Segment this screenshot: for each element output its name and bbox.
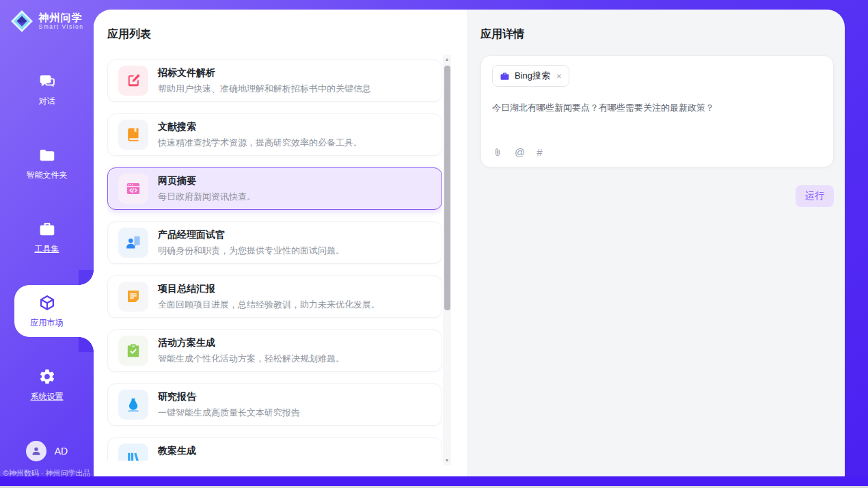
- logo-diamond-icon: [10, 9, 34, 33]
- app-card-description: 模板驱动，教案秒成，教学准备从此轻松快捷: [158, 461, 336, 461]
- bottom-accent-bar: [0, 476, 868, 486]
- close-icon[interactable]: ×: [556, 71, 562, 81]
- app-card-description: 明确身份和职责，为您提供专业性的面试问题。: [158, 245, 344, 257]
- clipboard-check-icon: [118, 336, 148, 366]
- content-area: 应用列表 招标文件解析帮助用户快速、准确地理解和解析招标书中的关键信息文献搜索快…: [94, 10, 845, 476]
- query-text-input[interactable]: 今日湖北有哪些新闻要点？有哪些需要关注的最新政策？: [492, 102, 822, 114]
- app-card-description: 快速精准查找学术资源，提高研究效率的必备工具。: [158, 137, 362, 149]
- app-card-literature-search[interactable]: 文献搜索快速精准查找学术资源，提高研究效率的必备工具。: [107, 113, 442, 156]
- sidebar-nav: 对话智能文件夹工具集应用市场系统设置: [0, 64, 94, 433]
- app-card-text: 项目总结汇报全面回顾项目进展，总结经验教训，助力未来优化发展。: [158, 283, 380, 311]
- app-card-title: 网页摘要: [158, 175, 256, 187]
- sidebar-item-toolset[interactable]: 工具集: [0, 211, 94, 263]
- app-card-web-summary[interactable]: 网页摘要每日政府新闻资讯快查。: [107, 167, 442, 210]
- app-card-description: 全面回顾项目进展，总结经验教训，助力未来优化发展。: [158, 299, 380, 311]
- scrollbar-thumb[interactable]: [444, 66, 450, 310]
- run-button[interactable]: 运行: [796, 185, 834, 207]
- app-window: 神州问学 Smart Vision 对话智能文件夹工具集应用市场系统设置 AD …: [0, 0, 868, 488]
- app-card-title: 研究报告: [158, 391, 300, 403]
- app-detail-panel: 应用详情 Bing搜索 × 今日湖北有哪些新闻要点？有哪些需要关注的最新政策？ …: [467, 10, 845, 476]
- app-card-lesson-plan[interactable]: 教案生成模板驱动，教案秒成，教学准备从此轻松快捷: [107, 437, 442, 461]
- ink-pen-icon: [118, 390, 148, 420]
- folder-icon: [38, 146, 56, 164]
- book-icon: [118, 120, 148, 150]
- books-icon: [118, 444, 148, 461]
- app-list: 招标文件解析帮助用户快速、准确地理解和解析招标书中的关键信息文献搜索快速精准查找…: [107, 59, 442, 461]
- edit-square-icon: [118, 66, 148, 96]
- tool-chip-label: Bing搜索: [515, 70, 550, 82]
- toolbox-icon: [38, 220, 56, 238]
- run-row: 运行: [480, 185, 834, 207]
- briefcase-icon: [500, 71, 510, 81]
- app-card-title: 招标文件解析: [158, 67, 371, 79]
- user-avatar-icon: [26, 441, 46, 461]
- scrollbar[interactable]: ▲ ▼: [443, 55, 451, 465]
- gear-icon: [38, 368, 56, 385]
- app-card-text: 活动方案生成智能生成个性化活动方案，轻松解决规划难题。: [158, 337, 344, 365]
- app-card-pm-interviewer[interactable]: 产品经理面试官明确身份和职责，为您提供专业性的面试问题。: [107, 221, 442, 264]
- app-logo: 神州问学 Smart Vision: [10, 9, 83, 33]
- sidebar-item-label: 应用市场: [31, 317, 64, 329]
- logo-text: 神州问学 Smart Vision: [38, 12, 83, 30]
- at-icon[interactable]: @: [515, 147, 525, 158]
- logo-title: 神州问学: [38, 12, 83, 23]
- app-card-research-report[interactable]: 研究报告一键智能生成高质量长文本研究报告: [107, 383, 442, 426]
- sidebar-item-label: 对话: [39, 96, 55, 107]
- app-list-title: 应用列表: [107, 27, 467, 42]
- app-card-text: 网页摘要每日政府新闻资讯快查。: [158, 175, 256, 203]
- app-card-title: 产品经理面试官: [158, 229, 344, 241]
- app-card-description: 每日政府新闻资讯快查。: [158, 191, 256, 203]
- app-card-text: 研究报告一键智能生成高质量长文本研究报告: [158, 391, 300, 419]
- prompt-card: Bing搜索 × 今日湖北有哪些新闻要点？有哪些需要关注的最新政策？ @ #: [480, 55, 834, 167]
- app-card-text: 招标文件解析帮助用户快速、准确地理解和解析招标书中的关键信息: [158, 67, 371, 95]
- app-card-description: 帮助用户快速、准确地理解和解析招标书中的关键信息: [158, 83, 371, 95]
- scroll-up-icon[interactable]: ▲: [443, 55, 451, 64]
- tool-chip-bing-search[interactable]: Bing搜索 ×: [492, 65, 569, 87]
- paperclip-icon[interactable]: [492, 147, 503, 158]
- sidebar-item-settings[interactable]: 系统设置: [0, 359, 94, 411]
- app-list-panel: 应用列表 招标文件解析帮助用户快速、准确地理解和解析招标书中的关键信息文献搜索快…: [94, 10, 467, 476]
- app-card-project-summary[interactable]: 项目总结汇报全面回顾项目进展，总结经验教训，助力未来优化发展。: [107, 275, 442, 318]
- note-icon: [118, 282, 148, 312]
- app-card-title: 文献搜索: [158, 121, 362, 133]
- sidebar-item-chat[interactable]: 对话: [0, 64, 94, 116]
- app-card-text: 产品经理面试官明确身份和职责，为您提供专业性的面试问题。: [158, 229, 344, 257]
- app-card-title: 项目总结汇报: [158, 283, 380, 295]
- chat-icon: [38, 72, 56, 90]
- sidebar-item-label: 智能文件夹: [27, 170, 68, 181]
- app-card-description: 一键智能生成高质量长文本研究报告: [158, 407, 300, 419]
- app-card-description: 智能生成个性化活动方案，轻松解决规划难题。: [158, 353, 344, 365]
- sidebar: 神州问学 Smart Vision 对话智能文件夹工具集应用市场系统设置 AD …: [0, 0, 94, 488]
- user-initials: AD: [55, 446, 68, 457]
- sidebar-item-label: 工具集: [35, 243, 59, 255]
- attachment-toolbar: @ #: [492, 147, 543, 158]
- interviewer-icon: [118, 228, 148, 258]
- scroll-down-icon[interactable]: ▼: [443, 457, 451, 465]
- hash-icon[interactable]: #: [537, 147, 542, 158]
- app-card-text: 教案生成模板驱动，教案秒成，教学准备从此轻松快捷: [158, 445, 336, 461]
- user-profile[interactable]: AD: [26, 441, 68, 461]
- sidebar-item-app-market[interactable]: 应用市场: [0, 285, 94, 337]
- app-card-activity-plan[interactable]: 活动方案生成智能生成个性化活动方案，轻松解决规划难题。: [107, 329, 442, 372]
- app-card-bid-analysis[interactable]: 招标文件解析帮助用户快速、准确地理解和解析招标书中的关键信息: [107, 59, 442, 102]
- app-card-title: 活动方案生成: [158, 337, 344, 349]
- app-detail-title: 应用详情: [480, 27, 834, 42]
- app-card-title: 教案生成: [158, 445, 336, 457]
- sidebar-item-smart-folder[interactable]: 智能文件夹: [0, 137, 94, 189]
- sidebar-item-label: 系统设置: [31, 391, 64, 403]
- browser-code-icon: [118, 174, 148, 204]
- logo-subtitle: Smart Vision: [38, 24, 83, 31]
- cube-icon: [38, 294, 56, 312]
- app-card-text: 文献搜索快速精准查找学术资源，提高研究效率的必备工具。: [158, 121, 362, 149]
